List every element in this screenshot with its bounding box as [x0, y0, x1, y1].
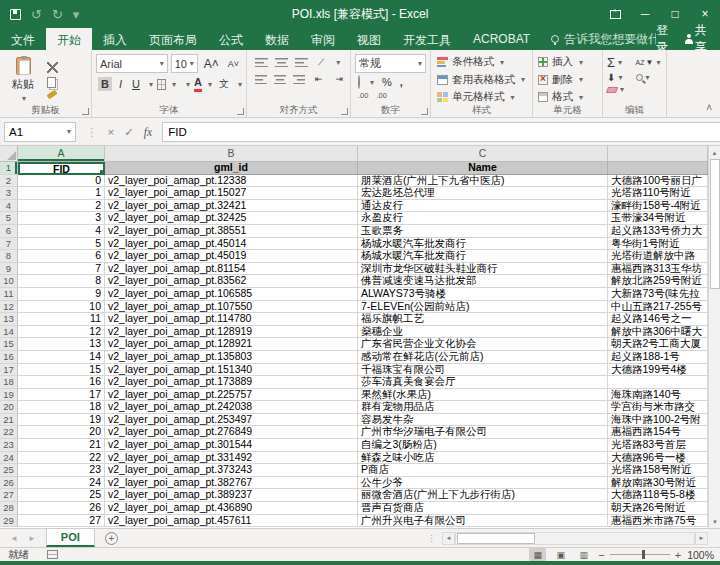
cell[interactable]: 24	[18, 477, 105, 490]
cell[interactable]: 9	[18, 288, 105, 301]
cell[interactable]: 玉带濠34号附近	[608, 212, 708, 225]
cell[interactable]: v2_layer_poi_amap_pt.135803	[105, 351, 358, 364]
cell[interactable]: 20	[18, 426, 105, 439]
cell[interactable]: 中山五路217-255号	[608, 301, 708, 314]
tab-data[interactable]: 数据	[254, 28, 300, 50]
cell[interactable]: 21	[18, 439, 105, 452]
format-painter-icon[interactable]	[46, 90, 57, 100]
cell[interactable]: v2_layer_poi_amap_pt.389237	[105, 489, 358, 502]
cell[interactable]: 5	[18, 238, 105, 251]
underline-button[interactable]: U	[129, 77, 143, 91]
cell[interactable]: v2_layer_poi_amap_pt.457611	[105, 515, 358, 528]
increase-indent-icon[interactable]: ⇥	[332, 73, 346, 85]
cell[interactable]: 起义路188-1号	[608, 351, 708, 364]
splitter-dots-icon[interactable]: ⋮	[427, 533, 442, 543]
row-header[interactable]: 22	[0, 426, 18, 439]
cell[interactable]: v2_layer_poi_amap_pt.242038	[105, 401, 358, 414]
cell[interactable]: 福乐旗帜工艺	[358, 313, 608, 326]
horizontal-scrollbar[interactable]: ⋮ ◄ ►	[427, 529, 720, 547]
cell[interactable]: 惠福西米市路75号	[608, 515, 708, 528]
cut-icon[interactable]	[47, 62, 58, 73]
insert-function-button[interactable]: fx	[144, 126, 152, 138]
page-layout-view-button[interactable]: ▣	[552, 548, 569, 561]
column-header-A[interactable]: A	[18, 146, 105, 162]
cell[interactable]: 惠福西路313玉华坊	[608, 263, 708, 276]
cell[interactable]: 莎车清真美食宴会厅	[358, 376, 608, 389]
tab-formulas[interactable]: 公式	[208, 28, 254, 50]
cell[interactable]: 千福珠宝有限公司	[358, 364, 608, 377]
cell[interactable]: 4	[18, 225, 105, 238]
row-header[interactable]: 2	[0, 175, 18, 188]
cell[interactable]: 鲜森之味小吃店	[358, 452, 608, 465]
row-header[interactable]: 12	[0, 301, 18, 314]
row-header[interactable]: 9	[0, 263, 18, 276]
cell[interactable]: 自编之3(肠粉店)	[358, 439, 608, 452]
cell[interactable]: 广州升兴电子有限公司	[358, 515, 608, 528]
confirm-entry-icon[interactable]: ✓	[124, 125, 134, 139]
tab-insert[interactable]: 插入	[92, 28, 138, 50]
cell[interactable]: v2_layer_poi_amap_pt.301544	[105, 439, 358, 452]
cell[interactable]: 群有宠物用品店	[358, 401, 608, 414]
row-header[interactable]: 23	[0, 439, 18, 452]
row-header[interactable]: 10	[0, 275, 18, 288]
cell[interactable]: 朝天路2号工商大厦	[608, 338, 708, 351]
decrease-font-icon[interactable]: A˅	[225, 58, 242, 70]
row-header[interactable]: 28	[0, 502, 18, 515]
cell[interactable]: 10	[18, 301, 105, 314]
tab-acrobat[interactable]: ACROBAT	[462, 28, 541, 50]
vertical-scrollbar-thumb[interactable]	[710, 159, 720, 289]
font-color-dropdown-icon[interactable]: ▾	[208, 80, 212, 89]
header-cell[interactable]: Name	[358, 162, 608, 175]
cell[interactable]: 公牛少爷	[358, 477, 608, 490]
cell[interactable]	[608, 376, 708, 389]
row-header[interactable]: 15	[0, 338, 18, 351]
cell[interactable]: 惠福西路154号	[608, 426, 708, 439]
row-header[interactable]: 8	[0, 250, 18, 263]
cell[interactable]: 11	[18, 313, 105, 326]
cell[interactable]: v2_layer_poi_amap_pt.382767	[105, 477, 358, 490]
row-header[interactable]: 18	[0, 376, 18, 389]
fill-color-dropdown-icon[interactable]: ▾	[186, 80, 190, 89]
cell[interactable]: 大德路118号5-8楼	[608, 489, 708, 502]
normal-view-button[interactable]: ▦	[529, 548, 546, 561]
cell[interactable]: 海珠南路140号	[608, 389, 708, 402]
collapse-ribbon-icon[interactable]: ˄	[698, 98, 720, 117]
accounting-dropdown-icon[interactable]: ▾	[370, 78, 374, 87]
cell[interactable]: 大德路96号一楼	[608, 452, 708, 465]
cell[interactable]: 光塔路83号首层	[608, 439, 708, 452]
sheet-tab-poi[interactable]: POI	[46, 529, 95, 547]
row-header[interactable]: 13	[0, 313, 18, 326]
cancel-entry-icon[interactable]: ×	[108, 126, 115, 138]
cell[interactable]: ALWAYS73号骑楼	[358, 288, 608, 301]
cell[interactable]: v2_layer_poi_amap_pt.114780	[105, 313, 358, 326]
phonetic-dropdown-icon[interactable]: ▾	[238, 80, 242, 89]
fill-button[interactable]: ⬇▾	[607, 72, 634, 83]
alignment-dialog-launcher-icon[interactable]	[341, 108, 348, 115]
zoom-slider[interactable]	[610, 554, 670, 556]
cell[interactable]: v2_layer_poi_amap_pt.32421	[105, 200, 358, 213]
tell-me-box[interactable]: 告诉我您想要做什么...	[541, 28, 656, 50]
cell[interactable]: 光塔路158号附近	[608, 464, 708, 477]
zoom-in-icon[interactable]: +	[675, 549, 681, 561]
row-header[interactable]: 25	[0, 464, 18, 477]
cell[interactable]: 晋声百货商店	[358, 502, 608, 515]
cell[interactable]: v2_layer_poi_amap_pt.436890	[105, 502, 358, 515]
row-header[interactable]: 5	[0, 212, 18, 225]
cell[interactable]: v2_layer_poi_amap_pt.81154	[105, 263, 358, 276]
cell[interactable]: 27	[18, 515, 105, 528]
zoom-level-label[interactable]: 100%	[687, 549, 714, 561]
select-all-button[interactable]	[0, 146, 18, 162]
row-header[interactable]: 26	[0, 477, 18, 490]
bold-button[interactable]: B	[98, 77, 112, 91]
cell[interactable]: 7-ELEVEn(公园前站店)	[358, 301, 608, 314]
redo-icon[interactable]: ↻	[52, 8, 63, 21]
format-cells-button[interactable]: 格式 ▾	[538, 90, 597, 104]
align-right-icon[interactable]	[293, 75, 305, 84]
phonetic-guide-button[interactable]: 文	[216, 76, 232, 92]
header-cell[interactable]: FID	[18, 162, 105, 175]
horizontal-scrollbar-track[interactable]	[455, 532, 695, 545]
cell[interactable]: 濠畔街158号-4附近	[608, 200, 708, 213]
sort-filter-button[interactable]: AZ▼▾	[636, 55, 663, 70]
ribbon-display-options-button[interactable]	[600, 0, 630, 28]
cell[interactable]: v2_layer_poi_amap_pt.173889	[105, 376, 358, 389]
